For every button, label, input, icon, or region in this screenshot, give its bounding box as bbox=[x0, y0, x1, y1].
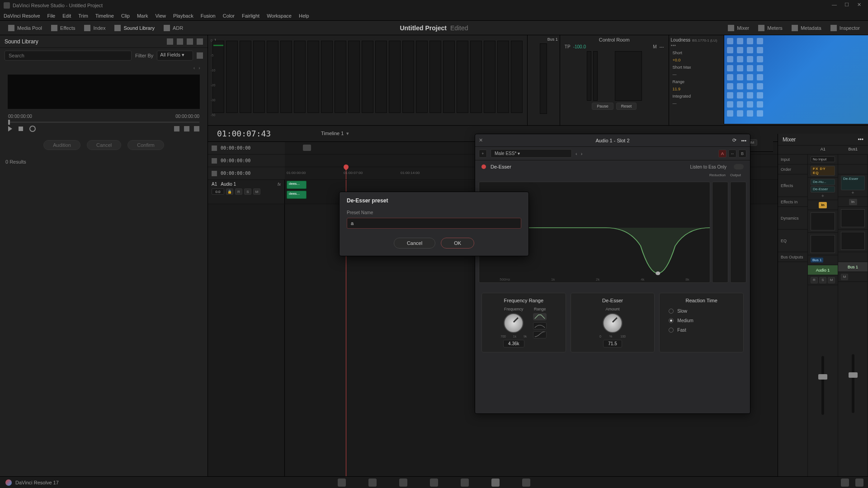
arm-button[interactable]: R bbox=[235, 188, 242, 195]
reaction-medium[interactable]: Medium bbox=[669, 318, 693, 323]
filter-options-icon[interactable] bbox=[197, 52, 203, 59]
effect-slot-2[interactable]: De-Esser bbox=[811, 186, 835, 192]
ab-swap-icon[interactable]: ↔ bbox=[728, 150, 736, 158]
preset-name-input[interactable] bbox=[347, 218, 521, 229]
sort-icon[interactable] bbox=[167, 38, 173, 45]
add-preset-icon[interactable]: + bbox=[479, 150, 487, 158]
refresh-icon[interactable]: ⟳ bbox=[732, 137, 736, 143]
preset-prev-icon[interactable]: ‹ bbox=[576, 151, 577, 156]
dynamics-graph[interactable] bbox=[811, 212, 835, 230]
strip-mute[interactable]: M bbox=[828, 277, 835, 283]
range-shelf-button[interactable] bbox=[533, 331, 547, 338]
more-icon[interactable] bbox=[197, 38, 203, 45]
audio-clip[interactable]: dees... bbox=[287, 181, 307, 189]
page-fairlight[interactable] bbox=[491, 479, 500, 487]
last-clip-icon[interactable] bbox=[194, 126, 199, 131]
page-deliver[interactable] bbox=[522, 479, 530, 487]
page-fusion[interactable] bbox=[430, 479, 438, 487]
order-value[interactable]: FX DY EQ bbox=[811, 166, 835, 176]
bus-mute[interactable]: M bbox=[841, 274, 848, 280]
strip-name-a1[interactable]: Audio 1 bbox=[808, 265, 838, 275]
eq-graph-strip[interactable] bbox=[811, 235, 835, 253]
lock-button[interactable]: 🔒 bbox=[226, 188, 233, 195]
tab-sound-library[interactable]: Sound Library bbox=[110, 25, 159, 31]
audio-clip[interactable]: dees... bbox=[287, 191, 307, 199]
menu-trim[interactable]: Trim bbox=[78, 13, 88, 19]
fx-indicator[interactable]: fx bbox=[278, 182, 281, 187]
pause-button[interactable]: Pause bbox=[592, 103, 613, 110]
frequency-value[interactable]: 4.36k bbox=[503, 340, 524, 347]
a-button[interactable]: A bbox=[718, 150, 726, 158]
dialog-ok-button[interactable]: OK bbox=[441, 238, 474, 249]
amount-value[interactable]: 71.5 bbox=[603, 340, 622, 347]
play-button[interactable] bbox=[8, 126, 12, 131]
next-clip-icon[interactable] bbox=[184, 126, 189, 131]
page-edit[interactable] bbox=[399, 479, 407, 487]
preset-next-icon[interactable]: › bbox=[581, 151, 583, 156]
reset-button[interactable]: Reset bbox=[616, 103, 637, 110]
mixer-more-icon[interactable]: ••• bbox=[858, 136, 863, 143]
fader-bus[interactable] bbox=[852, 354, 854, 413]
prev-icon[interactable]: ‹ bbox=[193, 65, 195, 70]
menu-fairlight[interactable]: Fairlight bbox=[242, 13, 259, 19]
range-narrow-button[interactable] bbox=[533, 313, 547, 320]
stop-button[interactable] bbox=[19, 127, 23, 131]
next-icon[interactable]: › bbox=[198, 65, 200, 70]
tab-adr[interactable]: ADR bbox=[159, 25, 188, 31]
tab-media-pool[interactable]: Media Pool bbox=[4, 25, 47, 31]
bus-output[interactable]: Bus 1 bbox=[811, 258, 823, 263]
range-wide-button[interactable] bbox=[533, 322, 547, 329]
timeline-name[interactable]: Timeline 1▾ bbox=[321, 131, 349, 136]
dynamics-graph-bus[interactable] bbox=[841, 209, 865, 227]
menu-color[interactable]: Color bbox=[223, 13, 235, 19]
enable-toggle[interactable] bbox=[481, 164, 486, 169]
loop-range-icon[interactable] bbox=[212, 171, 217, 176]
minimize-icon[interactable]: — bbox=[832, 2, 837, 7]
maximize-icon[interactable]: ☐ bbox=[844, 2, 850, 7]
menu-timeline[interactable]: Timeline bbox=[95, 13, 114, 19]
view-mode-icon[interactable] bbox=[303, 145, 311, 151]
playhead[interactable] bbox=[346, 167, 346, 179]
tab-effects[interactable]: Effects bbox=[47, 25, 80, 31]
plugin-more-icon[interactable]: ••• bbox=[741, 138, 746, 143]
tab-mixer[interactable]: Mixer bbox=[723, 25, 754, 31]
fx-in-bus[interactable]: In bbox=[849, 199, 857, 205]
page-color[interactable] bbox=[461, 479, 469, 487]
menu-playback[interactable]: Playback bbox=[173, 13, 193, 19]
filter-select[interactable]: All Fields ▾ bbox=[157, 51, 193, 61]
fader-a1[interactable] bbox=[821, 356, 824, 415]
reaction-slow[interactable]: Slow bbox=[669, 309, 687, 314]
mute-button[interactable]: M bbox=[253, 188, 260, 195]
settings-icon[interactable] bbox=[855, 479, 863, 487]
menu-fusion[interactable]: Fusion bbox=[201, 13, 216, 19]
fx-in-a1[interactable]: In bbox=[819, 202, 827, 208]
reaction-fast[interactable]: Fast bbox=[669, 328, 686, 333]
strip-solo[interactable]: S bbox=[819, 277, 826, 283]
tab-index[interactable]: Index bbox=[80, 25, 110, 31]
search-input[interactable] bbox=[5, 51, 132, 61]
menu-view[interactable]: View bbox=[155, 13, 166, 19]
home-icon[interactable] bbox=[841, 479, 849, 487]
input-select[interactable]: No Input bbox=[811, 156, 835, 162]
b-button[interactable]: B bbox=[738, 150, 746, 158]
menu-help[interactable]: Help bbox=[299, 13, 309, 19]
goto-start-icon[interactable] bbox=[212, 145, 217, 151]
menu-mark[interactable]: Mark bbox=[137, 13, 148, 19]
record-icon[interactable] bbox=[212, 158, 217, 164]
listen-toggle[interactable] bbox=[734, 164, 744, 169]
prev-clip-icon[interactable] bbox=[174, 126, 179, 131]
menu-resolve[interactable]: DaVinci Resolve bbox=[4, 13, 40, 19]
page-cut[interactable] bbox=[368, 479, 377, 487]
audition-button[interactable]: Audition bbox=[43, 140, 80, 150]
preset-select[interactable]: Male ESS* ▾ bbox=[491, 149, 572, 158]
eq-graph-bus[interactable] bbox=[841, 232, 865, 250]
close-icon[interactable]: ✕ bbox=[857, 2, 863, 7]
tab-metadata[interactable]: Metadata bbox=[787, 25, 826, 31]
strip-name-bus[interactable]: Bus 1 bbox=[838, 262, 868, 272]
solo-button[interactable]: S bbox=[244, 188, 251, 195]
grid-view-icon[interactable] bbox=[177, 38, 183, 45]
page-media[interactable] bbox=[338, 479, 346, 487]
cancel-button[interactable]: Cancel bbox=[87, 140, 121, 150]
menu-clip[interactable]: Clip bbox=[121, 13, 130, 19]
menu-workspace[interactable]: Workspace bbox=[267, 13, 292, 19]
